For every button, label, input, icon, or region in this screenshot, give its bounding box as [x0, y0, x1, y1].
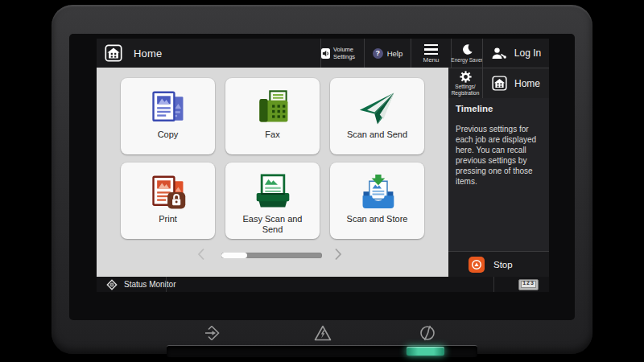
settings-registration-button[interactable]: Settings/ Registration — [448, 68, 482, 98]
chevron-left-icon — [197, 248, 205, 261]
easy-scan-and-send-icon — [252, 162, 294, 212]
id-login-hardware-button[interactable] — [203, 323, 224, 343]
menu-button[interactable]: Menu — [411, 39, 451, 68]
status-monitor-icon — [106, 279, 118, 290]
status-bar: Status Monitor 123 — [97, 277, 549, 292]
home-shortcut-label: Home — [514, 78, 540, 89]
help-icon: ? — [373, 48, 383, 59]
timeline-panel: Timeline Previous settings for each job … — [448, 98, 549, 251]
tile-label: Copy — [158, 130, 179, 140]
copy-icon — [147, 78, 189, 128]
tile-fax[interactable]: Fax — [225, 78, 320, 154]
power-icon — [418, 323, 437, 343]
tile-print[interactable]: Print — [121, 162, 215, 239]
warning-triangle-icon — [313, 323, 332, 343]
log-in-label: Log In — [514, 47, 541, 59]
tile-label: Easy Scan and Send — [242, 214, 303, 235]
timeline-title: Timeline — [456, 104, 542, 113]
home-icon — [105, 44, 122, 62]
volume-settings-button[interactable]: Volume Settings — [321, 39, 364, 68]
chevron-right-icon — [334, 248, 342, 261]
status-monitor-button[interactable]: Status Monitor — [101, 277, 180, 292]
log-in-button[interactable]: Log In — [483, 39, 549, 68]
energy-saver-label: Energy Saver — [451, 57, 482, 63]
page-next-button[interactable] — [332, 247, 345, 261]
current-screen-title: Home — [105, 39, 162, 68]
home-shortcut-button[interactable]: Home — [483, 68, 549, 98]
error-indicator-hardware[interactable] — [312, 323, 333, 343]
settings-registration-label-line1: Settings/ — [455, 84, 475, 89]
stop-icon — [469, 257, 485, 273]
stop-button[interactable]: Stop — [448, 251, 549, 277]
stop-label: Stop — [493, 260, 513, 269]
gear-icon — [460, 71, 472, 83]
home-icon — [492, 76, 507, 91]
printer-control-panel: Home Volume Settings ? Help — [0, 0, 644, 362]
tile-scan-and-send[interactable]: Scan and Send — [330, 78, 424, 154]
tile-copy[interactable]: Copy — [121, 78, 215, 154]
crescent-moon-icon — [461, 43, 473, 56]
id-key-arrow-icon — [204, 323, 223, 343]
menu-label: Menu — [423, 56, 439, 64]
counter-digits: 123 — [521, 281, 536, 288]
tile-label: Scan and Store — [347, 214, 408, 224]
volume-icon — [321, 48, 330, 59]
tile-scan-and-store[interactable]: Scan and Store — [330, 162, 424, 239]
user-key-icon — [491, 47, 507, 60]
hamburger-menu-icon — [424, 44, 438, 55]
page-title: Home — [134, 47, 162, 60]
touchscreen-ui: Home Volume Settings ? Help — [97, 39, 549, 292]
tile-label: Fax — [265, 130, 279, 140]
scan-and-store-icon — [357, 162, 398, 212]
counter-check-icon: 123 — [518, 279, 539, 290]
scan-and-send-icon — [357, 78, 398, 128]
fax-icon — [252, 78, 294, 128]
volume-settings-label: Volume Settings — [333, 46, 364, 60]
page-previous-button[interactable] — [195, 247, 208, 261]
help-button[interactable]: ? Help — [365, 39, 411, 68]
tile-easy-scan-and-send[interactable]: Easy Scan and Send — [225, 162, 320, 239]
settings-registration-label-line2: Registration — [452, 90, 480, 96]
processing-indicator-light — [407, 347, 444, 356]
home-screen-tiles: Copy — [97, 68, 448, 277]
status-monitor-label: Status Monitor — [124, 280, 175, 289]
power-saver-hardware-button[interactable] — [417, 323, 438, 343]
header-bar: Home Volume Settings ? Help — [97, 39, 549, 68]
help-label: Help — [387, 49, 403, 58]
scrollbar-thumb[interactable] — [221, 253, 247, 258]
energy-saver-button[interactable]: Energy Saver — [452, 39, 482, 68]
timeline-description: Previous settings for each job are displ… — [456, 124, 542, 187]
tile-label: Print — [159, 214, 177, 224]
print-icon — [147, 162, 189, 212]
page-scrollbar[interactable] — [221, 253, 322, 258]
tile-label: Scan and Send — [347, 130, 407, 140]
